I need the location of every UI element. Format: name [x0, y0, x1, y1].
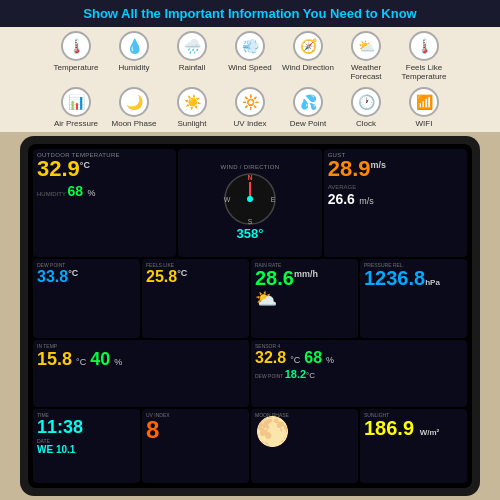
row4: TIME 11:38 DATE WE 10.1 UV INDEX 8 MOON … [33, 409, 467, 483]
icon-wifi: 📶 WIFI [398, 87, 450, 128]
icon-feels-like: 🌡️ Feels Like Temperature [398, 31, 450, 81]
sunlight-icon: ☀️ [177, 87, 207, 117]
icon-rainfall: 🌧️ Rainfall [166, 31, 218, 81]
icon-dew-point: 💦 Dew Point [282, 87, 334, 128]
uv-value: 8 [146, 418, 245, 442]
moon-phase-display: 🌕 [255, 418, 354, 446]
weather-icon: ⛅ [255, 288, 354, 310]
svg-point-6 [247, 196, 253, 202]
gust-cell: GUST 28.9m/s AVERAGE 26.6 m/s [324, 149, 467, 257]
dew-point-value: 33.8 [37, 268, 68, 285]
humidity-icon: 💧 [119, 31, 149, 61]
date-value: WE 10.1 [37, 444, 136, 455]
dew-point-icon: 💦 [293, 87, 323, 117]
icon-clock: 🕐 Clock [340, 87, 392, 128]
average-value: 26.6 [328, 191, 355, 207]
icon-humidity: 💧 Humidity [108, 31, 160, 81]
pressure-value: 1236.8 [364, 267, 425, 289]
icons-row-2: 📊 Air Pressure 🌙 Moon Phase ☀️ Sunlight … [0, 85, 500, 132]
humidity-value: 68 [68, 183, 84, 199]
wind-direction-icon: 🧭 [293, 31, 323, 61]
in-humidity-value: 40 [90, 349, 110, 370]
icon-wind-direction: 🧭 Wind Direction [282, 31, 334, 81]
time-cell: TIME 11:38 DATE WE 10.1 [33, 409, 140, 483]
sensor-cell: SENSOR 4 32.8 °C 68 % DEW POINT 18.2°C [251, 340, 467, 408]
pressure-cell: PRESSURE REL. 1236.8hPa [360, 259, 467, 338]
outdoor-temp-value: 32.9°C [37, 158, 172, 180]
rain-cell: RAIN RATE 28.6mm/h ⛅ [251, 259, 358, 338]
forecast-icon: ⛅ [351, 31, 381, 61]
svg-text:E: E [271, 196, 276, 203]
banner: Show All the Important Information You N… [0, 0, 500, 27]
wind-label: WIND / DIRECTION [221, 164, 280, 170]
indoor-cell: IN TEMP 15.8 °C 40 % [33, 340, 249, 408]
dew-point-cell: DEW POINT 33.8°C [33, 259, 140, 338]
icon-uv-index: 🔆 UV Index [224, 87, 276, 128]
svg-text:S: S [248, 218, 253, 225]
row-top: OUTDOOR TEMPERATURE 32.9°C HUMIDITY 68 %… [33, 149, 467, 257]
row3: IN TEMP 15.8 °C 40 % SENSOR 4 32.8 °C 68… [33, 340, 467, 408]
feels-like-value: 25.8 [146, 268, 177, 285]
banner-text: Show All the Important Information You N… [83, 6, 416, 21]
row2: DEW POINT 33.8°C FEELS LIKE 25.8°C RAIN … [33, 259, 467, 338]
icon-air-pressure: 📊 Air Pressure [50, 87, 102, 128]
icon-forecast: ⛅ Weather Forecast [340, 31, 392, 81]
moon-phase-icon: 🌙 [119, 87, 149, 117]
in-temp-value: 15.8 [37, 349, 72, 370]
feels-like-icon: 🌡️ [409, 31, 439, 61]
feels-like-cell: FEELS LIKE 25.8°C [142, 259, 249, 338]
wind-degrees: 358° [237, 226, 264, 241]
outdoor-temp-cell: OUTDOOR TEMPERATURE 32.9°C HUMIDITY 68 % [33, 149, 176, 257]
time-value: 11:38 [37, 418, 136, 436]
air-pressure-icon: 📊 [61, 87, 91, 117]
screen: OUTDOOR TEMPERATURE 32.9°C HUMIDITY 68 %… [28, 144, 472, 488]
icon-sunlight: ☀️ Sunlight [166, 87, 218, 128]
sunlight-cell: SUNLIGHT 186.9 W/m² [360, 409, 467, 483]
clock-icon: 🕐 [351, 87, 381, 117]
temperature-icon: 🌡️ [61, 31, 91, 61]
device-frame: OUTDOOR TEMPERATURE 32.9°C HUMIDITY 68 %… [20, 136, 480, 496]
moon-cell: MOON PHASE 🌕 [251, 409, 358, 483]
icon-temperature: 🌡️ Temperature [50, 31, 102, 81]
compass-svg: N S E W [223, 172, 277, 226]
icons-row-1: 🌡️ Temperature 💧 Humidity 🌧️ Rainfall 💨 … [0, 27, 500, 85]
rainfall-icon: 🌧️ [177, 31, 207, 61]
wifi-icon: 📶 [409, 87, 439, 117]
gust-value: 28.9m/s [328, 158, 463, 180]
wind-compass-cell: WIND / DIRECTION N S E W 358° [178, 149, 321, 257]
uv-index-icon: 🔆 [235, 87, 265, 117]
rain-value: 28.6 [255, 267, 294, 289]
icon-moon-phase: 🌙 Moon Phase [108, 87, 160, 128]
sunlight-value: 186.9 [364, 417, 414, 439]
wind-speed-icon: 💨 [235, 31, 265, 61]
uv-cell: UV INDEX 8 [142, 409, 249, 483]
sensor-temp: 32.8 [255, 349, 286, 367]
sensor-humidity: 68 [304, 349, 322, 367]
icon-wind-speed: 💨 Wind Speed [224, 31, 276, 81]
svg-text:N: N [247, 174, 252, 181]
svg-text:W: W [224, 196, 231, 203]
